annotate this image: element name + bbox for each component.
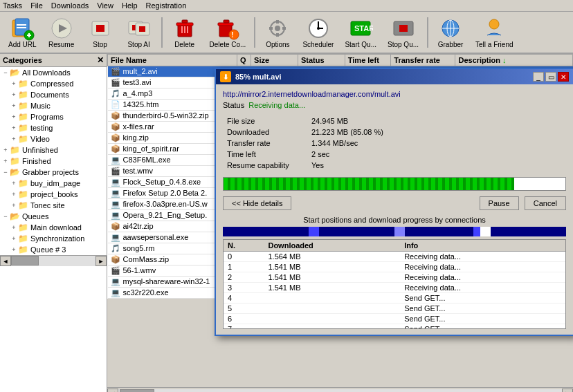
pause-button[interactable]: Pause bbox=[480, 196, 519, 210]
hscroll-right[interactable]: ► bbox=[562, 389, 573, 393]
sidebar-item-all-downloads[interactable]: −📂All Downloads bbox=[0, 67, 107, 78]
col-time-left[interactable]: Time left bbox=[345, 55, 391, 66]
svg-rect-29 bbox=[276, 33, 279, 37]
svg-rect-31 bbox=[282, 27, 286, 30]
dialog-right-buttons: Pause Cancel bbox=[480, 196, 566, 210]
sidebar-scroll-track[interactable] bbox=[11, 256, 96, 266]
folder-icon-main-download: 📁 bbox=[18, 223, 28, 232]
sidebar-item-programs[interactable]: +📁Programs bbox=[0, 111, 107, 122]
delete-button[interactable]: Delete bbox=[167, 15, 203, 50]
dialog-info-table: File size 24.945 MB Downloaded 21.223 MB… bbox=[223, 115, 566, 171]
folder-icon-compressed: 📁 bbox=[18, 79, 28, 88]
time-left-value: 2 sec bbox=[309, 149, 565, 159]
sidebar-item-finished[interactable]: +📁Finished bbox=[0, 156, 107, 167]
dialog-minimize-button[interactable]: _ bbox=[533, 72, 544, 82]
menu-tasks[interactable]: Tasks bbox=[3, 1, 22, 10]
col-status[interactable]: Status bbox=[298, 55, 345, 66]
dialog-restore-button[interactable]: ▭ bbox=[545, 72, 556, 82]
sidebar-item-video[interactable]: +📁Video bbox=[0, 133, 107, 144]
stop-button[interactable]: Stop bbox=[82, 15, 118, 50]
sidebar-item-music[interactable]: +📁Music bbox=[0, 100, 107, 111]
hide-details-button[interactable]: << Hide details bbox=[223, 196, 291, 210]
conn-info: Receiving data... bbox=[400, 262, 565, 272]
svg-point-35 bbox=[317, 27, 320, 30]
menu-registration[interactable]: Registration bbox=[146, 1, 187, 10]
conn-downloaded bbox=[264, 304, 400, 314]
file-name-text: mysql-shareware-win32-1 bbox=[123, 277, 210, 286]
sidebar-scroll-right[interactable]: ► bbox=[96, 256, 107, 266]
svg-rect-19 bbox=[184, 26, 185, 33]
scheduler-button[interactable]: Scheduler bbox=[298, 15, 338, 50]
sidebar-item-buy-idm-page[interactable]: +📁buy_idm_page bbox=[0, 178, 107, 189]
stop-all-button[interactable]: Stop AI bbox=[121, 15, 157, 50]
expand-grabber-projects: − bbox=[1, 169, 10, 176]
conn-info: Receiving data... bbox=[400, 252, 565, 262]
connections-table-container[interactable]: N. Downloaded Info 01.564 MBReceiving da… bbox=[223, 239, 566, 329]
sidebar-item-main-download[interactable]: +📁Main download bbox=[0, 222, 107, 233]
hscroll-track[interactable] bbox=[118, 389, 562, 393]
add-url-button[interactable]: Add URL bbox=[4, 15, 41, 50]
menu-help[interactable]: Help bbox=[122, 1, 138, 10]
sidebar-item-compressed[interactable]: +📁Compressed bbox=[0, 78, 107, 89]
conn-n: 5 bbox=[224, 304, 264, 314]
conn-n: 0 bbox=[224, 252, 264, 262]
file-table-header: File Name Q Size Status Time left Transf… bbox=[108, 55, 573, 66]
sidebar-item-unfinished[interactable]: +📁Unfinished bbox=[0, 144, 107, 156]
col-transfer-rate[interactable]: Transfer rate bbox=[391, 55, 455, 66]
menu-file[interactable]: File bbox=[30, 1, 43, 10]
delete-co-button[interactable]: ! Delete Co... bbox=[206, 15, 251, 50]
sidebar-label-finished: Finished bbox=[22, 157, 51, 165]
time-left-row: Time left 2 sec bbox=[224, 149, 565, 159]
sidebar-item-queues[interactable]: −📂Queues bbox=[0, 211, 107, 222]
sidebar-label-unfinished: Unfinished bbox=[22, 146, 58, 154]
sidebar-scroll-left[interactable]: ◄ bbox=[0, 256, 11, 266]
col-description[interactable]: Description ↓ bbox=[455, 55, 573, 66]
col-q[interactable]: Q bbox=[237, 55, 251, 66]
options-button[interactable]: Options bbox=[260, 15, 295, 50]
svg-text:START: START bbox=[354, 24, 373, 32]
file-hscrollbar[interactable]: ◄ ► bbox=[107, 387, 573, 392]
menu-view[interactable]: View bbox=[97, 1, 113, 10]
resume-button[interactable]: Resume bbox=[44, 15, 80, 50]
tell-friend-label: Tell a Friend bbox=[475, 41, 513, 48]
start-qu-button[interactable]: START Start Qu... bbox=[340, 15, 381, 50]
hscroll-thumb[interactable] bbox=[120, 389, 154, 393]
conn-seg-0 bbox=[223, 227, 309, 236]
connections-table-header: N. Downloaded Info bbox=[224, 240, 565, 252]
tell-friend-button[interactable]: Tell a Friend bbox=[471, 15, 517, 50]
sidebar-item-tonec-site[interactable]: +📁Tonec site bbox=[0, 200, 107, 211]
cancel-button[interactable]: Cancel bbox=[525, 196, 566, 210]
col-size[interactable]: Size bbox=[251, 55, 298, 66]
sidebar-item-queue-3[interactable]: +📁Queue # 3 bbox=[0, 244, 107, 255]
sidebar-item-grabber-projects[interactable]: −📂Grabber projects bbox=[0, 167, 107, 178]
toolbar: Add URL Resume Stop Stop A bbox=[0, 12, 573, 54]
expand-unfinished: + bbox=[1, 147, 10, 153]
sidebar-item-project-books[interactable]: +📁project_books bbox=[0, 189, 107, 200]
sidebar-scroll-thumb[interactable] bbox=[11, 256, 39, 265]
sidebar-item-documents[interactable]: +📁Documents bbox=[0, 89, 107, 100]
folder-icon-testing: 📁 bbox=[18, 123, 28, 133]
file-name-text: king.zip bbox=[123, 133, 149, 142]
conn-n: 1 bbox=[224, 262, 264, 272]
grabber-button[interactable]: Grabber bbox=[433, 15, 469, 50]
sidebar-close-button[interactable]: ✕ bbox=[97, 55, 104, 65]
expand-testing: + bbox=[10, 124, 18, 131]
file-icon: 🎬 bbox=[111, 167, 120, 175]
file-icon: 🎬 bbox=[111, 266, 120, 274]
col-filename[interactable]: File Name bbox=[108, 55, 237, 66]
sidebar-item-testing[interactable]: +📁testing bbox=[0, 122, 107, 133]
expand-main-download: + bbox=[10, 224, 18, 231]
sidebar-label-all-downloads: All Downloads bbox=[22, 68, 71, 77]
file-name-text: x-files.rar bbox=[123, 122, 154, 131]
sidebar-label-project-books: project_books bbox=[30, 190, 78, 198]
menu-downloads[interactable]: Downloads bbox=[51, 1, 89, 10]
stop-qu-label: Stop Qu... bbox=[388, 41, 419, 48]
folder-icon-programs: 📁 bbox=[18, 112, 28, 122]
svg-rect-10 bbox=[96, 25, 104, 32]
dialog-close-button[interactable]: ✕ bbox=[558, 72, 569, 82]
stop-qu-button[interactable]: Stop Qu... bbox=[383, 15, 423, 50]
svg-rect-3 bbox=[17, 27, 26, 28]
hscroll-left[interactable]: ◄ bbox=[107, 389, 118, 393]
svg-rect-16 bbox=[176, 23, 193, 26]
sidebar-item-synchronization[interactable]: +📁Synchronization bbox=[0, 233, 107, 244]
